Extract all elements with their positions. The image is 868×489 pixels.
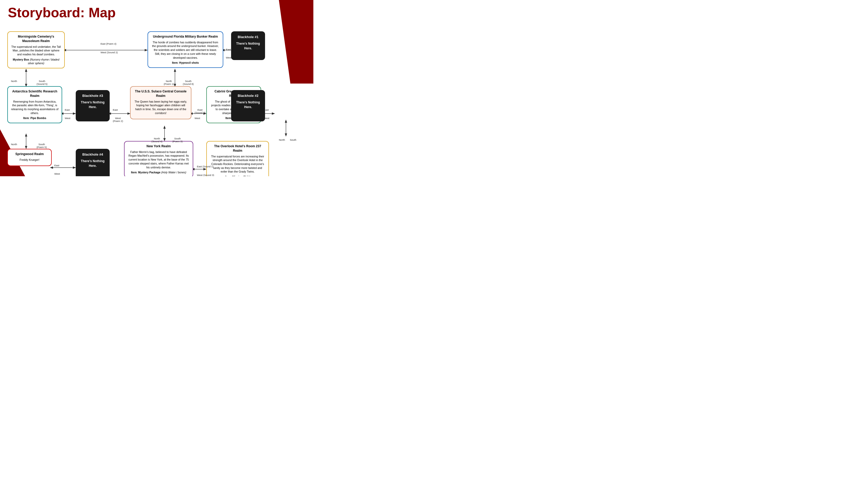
dir-newyork-east: East (Sound 1): [197, 165, 213, 168]
antarctica-title: Antarctica Scientific Research Realm: [11, 89, 59, 98]
new-york-realm-box: New York Realm Father Merrin's bag, beli…: [124, 141, 193, 176]
bh4-label: Blackhole #4: [78, 152, 107, 157]
dir-bh3-east: East: [113, 108, 118, 111]
overlook-realm-box: The Overlook Hotel's Room 237 Realm The …: [206, 141, 269, 176]
dir-cabrini-west: West: [194, 117, 200, 120]
bh3-label: Blackhole #3: [78, 93, 107, 98]
morningside-desc: The supernatural evil undertaker, the Ta…: [11, 45, 61, 56]
dir-florida-east: East: [226, 48, 231, 51]
florida-desc: The horde of zombies has suddenly disapp…: [151, 40, 220, 60]
dir-bh2-south: South: [290, 138, 297, 141]
florida-item: Item: Hypnocil shots: [151, 61, 220, 65]
antarctica-desc: Reemerging from frozen Antarctica, the p…: [11, 100, 59, 115]
dir-ant-east: East: [65, 108, 70, 111]
uss-sulaco-realm-box: The U.S.S. Sulaco Central Console Realm …: [130, 86, 191, 119]
blackhole-2-box: Blackhole #2 There's Nothing Here.: [231, 90, 265, 121]
newyork-item: Item: Mystery Package (Holy Water / bone…: [128, 170, 190, 174]
dir-spring-east: East: [54, 164, 59, 167]
dir-ant-south-s: South(Poem 5): [36, 143, 47, 149]
morningside-title: Morningside Cemetery's Mausoleum Realm: [11, 34, 61, 43]
dir-bh3-west: West(Poem 2): [113, 117, 123, 123]
bh2-text: There's Nothing Here.: [234, 100, 262, 109]
blackhole-4-box: Blackhole #4 There's Nothing Here.: [76, 149, 110, 176]
springwood-realm-box: Springwood Realm Freddy Krueger!: [7, 149, 52, 166]
blackhole-3-box: Blackhole #3 There's Nothing Here.: [76, 90, 110, 121]
newyork-title: New York Realm: [128, 144, 190, 149]
dir-bh2-east: East: [264, 108, 269, 111]
florida-title: Underground Florida Military Bunker Real…: [151, 34, 220, 39]
dir-florida-north: North(Poem 1): [164, 79, 174, 85]
bh1-text: There's Nothing Here.: [234, 41, 262, 51]
bh2-label: Blackhole #2: [234, 93, 262, 98]
underground-florida-realm-box: Underground Florida Military Bunker Real…: [148, 31, 223, 68]
dir-cabrini-east: East(Sound 7): [194, 108, 206, 114]
dir-ant-south-n: North: [11, 143, 17, 146]
dir-florida-south: South(Sound 8): [183, 79, 194, 85]
page-title: Storyboard: Map: [8, 5, 116, 20]
dir-spring-west: West: [54, 172, 60, 175]
bh1-label: Blackhole #1: [234, 34, 262, 40]
dir-morn-north: North: [11, 79, 17, 83]
dir-morn-east: East (Poem 4): [100, 42, 117, 45]
morningside-item: Mystery Box (Nursery rhyme / bladed silv…: [11, 58, 61, 65]
springwood-title: Springwood Realm: [11, 152, 48, 156]
blackhole-1-box: Blackhole #1 There's Nothing Here.: [231, 31, 265, 60]
newyork-desc: Father Merrin's bag, believed to have de…: [128, 150, 190, 169]
dir-sulaco-south: South(Poem 3): [172, 137, 183, 143]
overlook-title: The Overlook Hotel's Room 237 Realm: [210, 144, 265, 153]
morningside-realm-box: Morningside Cemetery's Mausoleum Realm T…: [7, 31, 65, 68]
dir-florida-west: West: [226, 56, 231, 59]
dir-morn-west: West (Sound 2): [100, 51, 118, 54]
overlook-desc: The supernatural forces are increasing t…: [210, 155, 265, 174]
antarctica-realm-box: Antarctica Scientific Research Realm Ree…: [7, 86, 62, 123]
dir-sulaco-north: North(Sound 4): [151, 137, 162, 143]
sulaco-title: The U.S.S. Sulaco Central Console Realm: [134, 89, 188, 98]
springwood-desc: Freddy Krueger!: [11, 158, 48, 162]
sulaco-desc: The Queen has been laying her eggs early…: [134, 100, 188, 115]
antarctica-item: Item: Pipe Bombs: [11, 116, 59, 120]
dir-bh2-west: West: [264, 117, 269, 120]
dir-ant-west: West: [65, 117, 70, 120]
dir-bh2-north: North: [279, 138, 285, 141]
overlook-item: Item: Missing Child: [210, 175, 265, 176]
bh3-text: There's Nothing Here.: [78, 100, 107, 109]
dir-morn-south: South(Sound 5): [36, 79, 48, 85]
bh4-text: There's Nothing Here.: [78, 159, 107, 168]
dir-newyork-west: West (Sound 3): [197, 174, 214, 176]
